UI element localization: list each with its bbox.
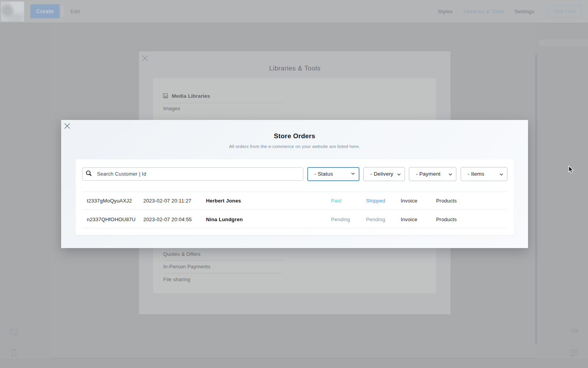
svg-text:?: ? [573,350,576,355]
